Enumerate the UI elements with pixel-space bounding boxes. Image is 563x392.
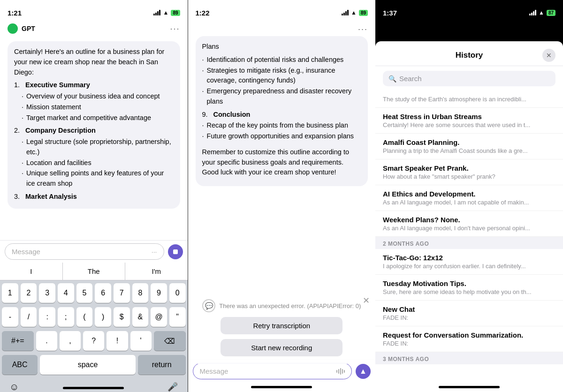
history-item-title: Tic-Tac-Go: 12x12 [383, 254, 555, 262]
partial-history-item[interactable]: The study of the Earth's atmosphere is a… [375, 91, 563, 108]
status-time-3: 1:37 [383, 9, 397, 17]
field-dots: ··· [152, 248, 157, 256]
section-header-3months: 3 MONTHS AGO [375, 352, 563, 364]
history-item-heat-stress[interactable]: Heat Stress in Urban Streams Certainly! … [375, 108, 563, 134]
key-question[interactable]: ? [83, 331, 104, 351]
message-field-2[interactable]: Message [193, 363, 352, 379]
list-item: Overview of your business idea and conce… [22, 91, 174, 102]
key-9[interactable]: 9 [151, 283, 167, 303]
history-item-weekend-plans[interactable]: Weekend Plans? None. As an AI language m… [375, 211, 563, 237]
history-item-title: Heat Stress in Urban Streams [383, 113, 555, 121]
search-bar[interactable]: 🔍 Search [383, 71, 555, 86]
key-space[interactable]: space [40, 355, 135, 375]
error-icon: 💬 [202, 299, 215, 312]
key-hashplus[interactable]: #+= [2, 331, 34, 351]
list-item: Location and facilities [22, 158, 174, 168]
key-8[interactable]: 8 [132, 283, 149, 303]
history-item-tuesday[interactable]: Tuesday Motivation Tips. Sure, here are … [375, 275, 563, 301]
history-item-new-chat[interactable]: New Chat FADE IN: [375, 301, 563, 326]
key-dash[interactable]: - [2, 307, 18, 327]
outline-item-1: 1. Executive Summary [14, 80, 174, 90]
key-1[interactable]: 1 [2, 283, 18, 303]
battery-badge-2: 89 [359, 10, 368, 16]
status-bar-3: 1:37 ▲ 87 [375, 0, 563, 21]
suggestion-the[interactable]: The [63, 263, 126, 280]
history-item-preview: FADE IN: [383, 340, 542, 347]
suggestion-i[interactable]: I [0, 263, 63, 280]
message-field-1[interactable]: Message ··· [5, 243, 164, 260]
stop-square-icon [173, 249, 178, 254]
history-item-title: Smart Speaker Pet Prank. [383, 164, 555, 172]
key-6[interactable]: 6 [95, 283, 111, 303]
key-slash[interactable]: / [21, 307, 37, 327]
history-item-conversation-summary[interactable]: Request for Conversation Summarization. … [375, 326, 563, 352]
history-item-title: Amalfi Coast Planning. [383, 138, 555, 146]
status-icons-1: ▲ 89 [153, 9, 180, 16]
sub-list-1: Overview of your business idea and conce… [14, 91, 174, 123]
history-close-button[interactable]: ✕ [542, 49, 555, 62]
key-lparen[interactable]: ( [76, 307, 93, 327]
signal-bars-2 [342, 10, 349, 15]
chat-header-1: GPT ··· [0, 21, 188, 38]
key-5[interactable]: 5 [76, 283, 93, 303]
key-return[interactable]: return [138, 355, 186, 375]
key-semicolon[interactable]: ; [58, 307, 74, 327]
chat-bubble-2: Plans Identification of potential risks … [196, 36, 368, 186]
error-overlay: ✕ 💬 There was an unexpected error. (APIA… [188, 292, 376, 364]
history-item-tictacgo[interactable]: Tic-Tac-Go: 12x12 I apologize for any co… [375, 249, 563, 275]
phone-panel-3: 1:37 ▲ 87 History ✕ 🔍 Search [375, 0, 563, 392]
wifi-icon-3: ▲ [539, 9, 544, 16]
retry-transcription-button[interactable]: Retry transcription [221, 317, 342, 334]
wifi-icon: ▲ [163, 9, 168, 16]
message-placeholder-1: Message [12, 248, 40, 256]
chat-bubble-1: Certainly! Here's an outline for a busin… [8, 41, 180, 209]
key-colon[interactable]: : [39, 307, 55, 327]
list-item: Mission statement [22, 102, 174, 113]
history-item-amalfi[interactable]: Amalfi Coast Planning. Planning a trip t… [375, 134, 563, 159]
stop-button-1[interactable] [168, 244, 183, 259]
signal-bar [157, 11, 159, 15]
history-item-ai-ethics[interactable]: AI Ethics and Development. As an AI lang… [375, 185, 563, 211]
key-2[interactable]: 2 [21, 283, 37, 303]
status-bar-2: 1:22 ▲ 89 [188, 0, 376, 21]
history-item-smart-speaker[interactable]: Smart Speaker Pet Prank. How about a fak… [375, 159, 563, 185]
more-options-button-2[interactable]: ... [358, 23, 368, 32]
backspace-key[interactable]: ⌫ [154, 331, 186, 351]
key-quote[interactable]: " [169, 307, 186, 327]
close-error-button[interactable]: ✕ [363, 295, 370, 306]
microphone-button[interactable]: 🎤 [167, 382, 178, 392]
keyboard-bottom-bar: ☺ 🎤 [0, 382, 188, 392]
outline-list: 1. Executive Summary Overview of your bu… [14, 80, 174, 202]
key-row-misc: #+= . , ? ! ' ⌫ [2, 331, 186, 351]
key-ampersand[interactable]: & [132, 307, 149, 327]
send-button-2[interactable]: ▲ [356, 364, 371, 379]
risk-list: Identification of potential risks and ch… [202, 55, 362, 107]
key-apostrophe[interactable]: ' [130, 331, 152, 351]
more-options-button[interactable]: ··· [170, 24, 180, 34]
suggestion-im[interactable]: I'm [125, 263, 188, 280]
key-at[interactable]: @ [151, 307, 167, 327]
key-0[interactable]: 0 [169, 283, 186, 303]
key-abc[interactable]: ABC [2, 355, 38, 375]
key-comma[interactable]: , [60, 331, 81, 351]
keyboard-rows: 1 2 3 4 5 6 7 8 9 0 - / : ; ( ) $ & @ [0, 280, 188, 382]
list-item: Legal structure (sole proprietorship, pa… [22, 137, 174, 158]
key-4[interactable]: 4 [58, 283, 74, 303]
history-header: History ✕ [375, 41, 563, 66]
key-7[interactable]: 7 [114, 283, 130, 303]
key-rparen[interactable]: ) [95, 307, 111, 327]
partial-preview: The study of the Earth's atmosphere is a… [383, 96, 555, 103]
start-new-recording-button[interactable]: Start new recording [221, 339, 342, 356]
home-indicator-2 [251, 386, 312, 388]
status-bar-1: 1:21 ▲ 89 [0, 0, 188, 21]
emoji-button[interactable]: ☺ [9, 382, 19, 392]
phone-panel-2: 1:22 ▲ 89 ... Plans Identification of po… [188, 0, 376, 392]
gpt-label: GPT [22, 25, 35, 32]
history-item-title: Request for Conversation Summarization. [383, 331, 555, 339]
key-period[interactable]: . [36, 331, 57, 351]
history-item-preview: Planning a trip to the Amalfi Coast soun… [383, 147, 542, 154]
key-3[interactable]: 3 [39, 283, 55, 303]
key-dollar[interactable]: $ [114, 307, 130, 327]
history-modal: History ✕ 🔍 Search The study of the Eart… [375, 41, 563, 392]
key-exclaim[interactable]: ! [107, 331, 128, 351]
